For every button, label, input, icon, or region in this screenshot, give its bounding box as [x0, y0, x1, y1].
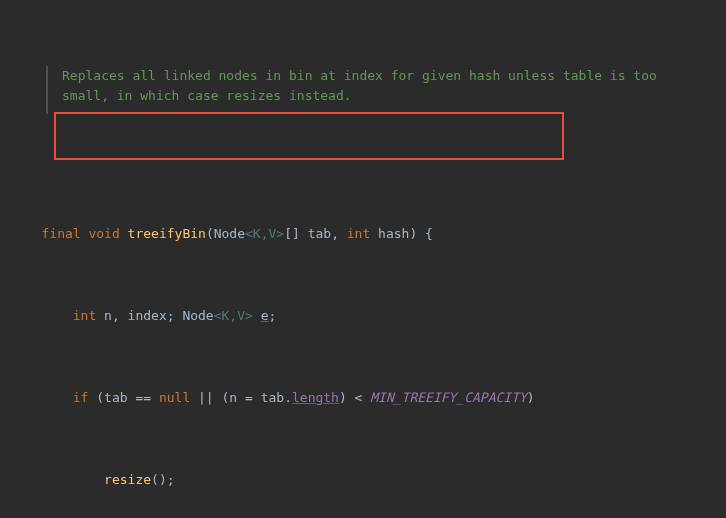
code-line[interactable]: if (tab == null || (n = tab.length) < MI… — [18, 388, 726, 409]
doc-text: Replaces all linked nodes in bin at inde… — [62, 68, 657, 103]
code-line[interactable]: int n, index; Node<K,V> e; — [18, 306, 726, 327]
javadoc-comment: Replaces all linked nodes in bin at inde… — [46, 66, 706, 114]
highlight-box — [54, 112, 564, 160]
code-editor[interactable]: Replaces all linked nodes in bin at inde… — [0, 0, 726, 518]
code-line[interactable]: final void treeifyBin(Node<K,V>[] tab, i… — [18, 224, 726, 245]
code-line[interactable]: resize(); — [18, 470, 726, 491]
